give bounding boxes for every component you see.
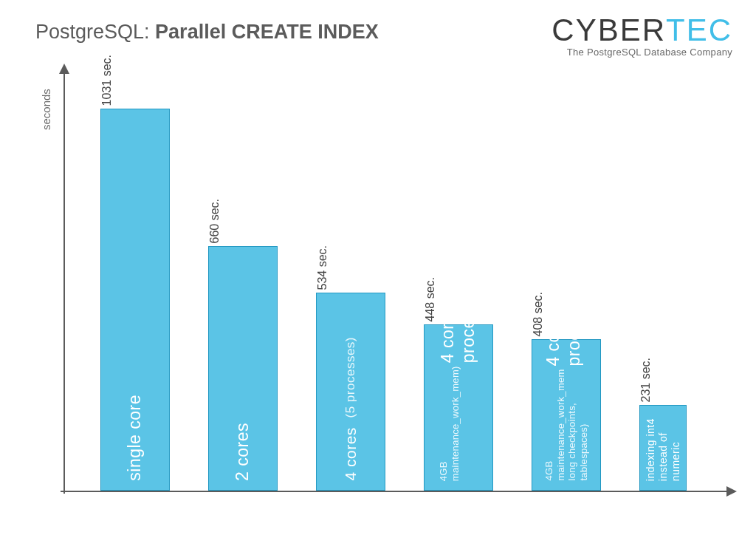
title-prefix: PostgreSQL: xyxy=(35,21,150,43)
bar-1: 1031 sec. single core xyxy=(100,109,170,491)
bar-3-rect: 4 cores (5 processes) xyxy=(316,293,385,491)
plot-area: 1031 sec. single core 660 sec. xyxy=(63,68,713,491)
y-axis-label: seconds xyxy=(40,89,52,130)
bar-4: 448 sec. 4GB maintenance_work_mem) 4 cor… xyxy=(424,324,493,491)
bar-6: 231 sec. indexing int4instead ofnumeric xyxy=(639,405,687,491)
bar-2: 660 sec. 2 cores xyxy=(208,246,278,491)
bar-3-value-label: 534 sec. xyxy=(316,242,385,293)
bar-2-rect: 2 cores xyxy=(208,246,278,491)
bar-3: 534 sec. 4 cores (5 processes) xyxy=(316,293,385,491)
x-axis-arrow-icon xyxy=(726,486,737,497)
bar-5-main: 4 cores (5 processes xyxy=(543,285,584,366)
bar-6-main: indexing int4instead ofnumeric xyxy=(645,418,681,481)
brand-logo: CYBERTEC The PostgreSQL Database Company xyxy=(551,15,732,57)
bar-2-caption: 2 cores xyxy=(209,247,277,490)
bar-4-caption: 4GB maintenance_work_mem) 4 cores (5 pro… xyxy=(425,325,492,490)
bar-6-rect: indexing int4instead ofnumeric xyxy=(639,405,687,491)
bar-1-value-label: 1031 sec. xyxy=(100,52,170,109)
bar-5-sub: 4GB maintenance_work_memlong checkpoints… xyxy=(543,369,589,481)
bar-4-sub: 4GB maintenance_work_mem) xyxy=(438,366,461,481)
bars: 1031 sec. single core 660 sec. xyxy=(63,68,713,491)
bar-3-caption: 4 cores (5 processes) xyxy=(317,293,385,490)
bar-6-value-label: 231 sec. xyxy=(639,355,687,405)
bar-1-rect: single core xyxy=(100,109,170,491)
bar-6-caption: indexing int4instead ofnumeric xyxy=(640,406,686,490)
bar-4-main: 4 cores (5 processes xyxy=(438,282,478,363)
brand-tagline: The PostgreSQL Database Company xyxy=(551,47,732,57)
bar-5: 408 sec. 4GB maintenance_work_memlong ch… xyxy=(532,339,601,491)
brand-part-dark: CYBER xyxy=(551,13,666,47)
bar-4-rect: 4GB maintenance_work_mem) 4 cores (5 pro… xyxy=(424,324,493,491)
brand-part-light: TEC xyxy=(666,13,732,47)
x-axis-line xyxy=(61,491,726,492)
bar-5-caption: 4GB maintenance_work_memlong checkpoints… xyxy=(532,340,600,490)
page-title: PostgreSQL: Parallel CREATE INDEX xyxy=(35,21,379,44)
bar-2-value-label: 660 sec. xyxy=(208,196,278,246)
brand-wordmark: CYBERTEC xyxy=(551,15,732,46)
page: PostgreSQL: Parallel CREATE INDEX CYBERT… xyxy=(0,0,756,535)
bar-1-caption: single core xyxy=(101,109,169,490)
bar-5-rect: 4GB maintenance_work_memlong checkpoints… xyxy=(532,339,601,491)
chart: seconds 1031 sec. single core 660 sec. xyxy=(35,65,734,516)
title-main: Parallel CREATE INDEX xyxy=(155,21,379,43)
